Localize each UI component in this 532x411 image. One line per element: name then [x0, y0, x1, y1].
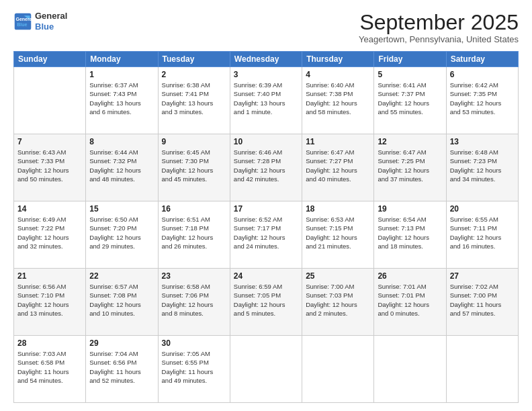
- daylight-line1: Daylight: 12 hours: [306, 166, 370, 175]
- daylight-line2: and 29 minutes.: [89, 242, 154, 250]
- daylight-line1: Daylight: 11 hours: [17, 367, 82, 376]
- daylight-line1: Daylight: 12 hours: [378, 166, 442, 175]
- sunrise-text: Sunrise: 6:52 AM: [234, 215, 298, 224]
- col-sunday: Sunday: [14, 52, 86, 67]
- sunset-text: Sunset: 7:11 PM: [450, 224, 515, 232]
- sunset-text: Sunset: 7:40 PM: [234, 89, 298, 98]
- table-row: 14Sunrise: 6:49 AMSunset: 7:22 PMDayligh…: [14, 201, 86, 269]
- sunset-text: Sunset: 7:30 PM: [162, 156, 226, 165]
- col-saturday: Saturday: [446, 52, 518, 67]
- day-detail: Sunrise: 6:57 AMSunset: 7:08 PMDaylight:…: [89, 282, 154, 318]
- sunset-text: Sunset: 7:28 PM: [234, 156, 298, 165]
- day-detail: Sunrise: 6:50 AMSunset: 7:20 PMDaylight:…: [89, 215, 154, 250]
- day-detail: Sunrise: 7:00 AMSunset: 7:03 PMDaylight:…: [306, 282, 370, 318]
- sunset-text: Sunset: 6:56 PM: [89, 358, 154, 367]
- table-row: [446, 336, 518, 403]
- sunrise-text: Sunrise: 6:48 AM: [450, 148, 515, 156]
- day-number: 19: [378, 204, 442, 214]
- calendar-table: Sunday Monday Tuesday Wednesday Thursday…: [13, 51, 519, 403]
- day-detail: Sunrise: 6:56 AMSunset: 7:10 PMDaylight:…: [17, 282, 82, 318]
- daylight-line1: Daylight: 12 hours: [234, 300, 298, 309]
- daylight-line2: and 26 minutes.: [162, 242, 226, 250]
- sunset-text: Sunset: 7:03 PM: [306, 291, 370, 300]
- calendar-week-5: 28Sunrise: 7:03 AMSunset: 6:58 PMDayligh…: [14, 336, 519, 403]
- col-wednesday: Wednesday: [230, 52, 302, 67]
- header: General Blue General Blue September 2025…: [13, 11, 519, 44]
- sunset-text: Sunset: 7:37 PM: [378, 89, 442, 98]
- day-number: 1: [89, 70, 154, 79]
- sunset-text: Sunset: 7:32 PM: [89, 156, 154, 165]
- sunrise-text: Sunrise: 6:51 AM: [162, 215, 226, 224]
- day-number: 28: [17, 338, 82, 348]
- table-row: [302, 336, 374, 403]
- day-detail: Sunrise: 6:39 AMSunset: 7:40 PMDaylight:…: [234, 81, 298, 116]
- sunset-text: Sunset: 7:01 PM: [378, 291, 442, 300]
- table-row: 29Sunrise: 7:04 AMSunset: 6:56 PMDayligh…: [86, 336, 158, 403]
- sunrise-text: Sunrise: 6:57 AM: [89, 282, 154, 291]
- daylight-line1: Daylight: 11 hours: [450, 300, 515, 309]
- day-number: 12: [378, 137, 442, 146]
- calendar-header-row: Sunday Monday Tuesday Wednesday Thursday…: [14, 52, 519, 67]
- daylight-line2: and 54 minutes.: [17, 376, 82, 385]
- table-row: 3Sunrise: 6:39 AMSunset: 7:40 PMDaylight…: [230, 67, 302, 134]
- table-row: 1Sunrise: 6:37 AMSunset: 7:43 PMDaylight…: [86, 67, 158, 134]
- table-row: 24Sunrise: 6:59 AMSunset: 7:05 PMDayligh…: [230, 269, 302, 336]
- daylight-line2: and 16 minutes.: [450, 242, 515, 250]
- sunrise-text: Sunrise: 6:47 AM: [378, 148, 442, 156]
- day-detail: Sunrise: 7:02 AMSunset: 7:00 PMDaylight:…: [450, 282, 515, 318]
- svg-text:Blue: Blue: [17, 22, 27, 27]
- day-detail: Sunrise: 6:46 AMSunset: 7:28 PMDaylight:…: [234, 148, 298, 183]
- day-number: 8: [89, 137, 154, 146]
- daylight-line1: Daylight: 12 hours: [378, 300, 442, 309]
- day-detail: Sunrise: 7:01 AMSunset: 7:01 PMDaylight:…: [378, 282, 442, 318]
- col-friday: Friday: [374, 52, 446, 67]
- day-detail: Sunrise: 6:58 AMSunset: 7:06 PMDaylight:…: [162, 282, 226, 318]
- daylight-line2: and 57 minutes.: [450, 309, 515, 318]
- day-number: 9: [162, 137, 226, 146]
- daylight-line2: and 40 minutes.: [306, 175, 370, 183]
- daylight-line1: Daylight: 12 hours: [17, 166, 82, 175]
- daylight-line1: Daylight: 12 hours: [89, 300, 154, 309]
- daylight-line2: and 3 minutes.: [162, 107, 226, 116]
- daylight-line1: Daylight: 13 hours: [234, 99, 298, 107]
- sunset-text: Sunset: 7:27 PM: [306, 156, 370, 165]
- location-subtitle: Yeagertown, Pennsylvania, United States: [359, 34, 519, 44]
- daylight-line1: Daylight: 12 hours: [306, 300, 370, 309]
- daylight-line2: and 48 minutes.: [89, 175, 154, 183]
- day-detail: Sunrise: 6:47 AMSunset: 7:25 PMDaylight:…: [378, 148, 442, 183]
- daylight-line2: and 55 minutes.: [378, 107, 442, 116]
- sunset-text: Sunset: 7:05 PM: [234, 291, 298, 300]
- day-number: 30: [162, 338, 226, 348]
- daylight-line1: Daylight: 12 hours: [450, 99, 515, 107]
- sunrise-text: Sunrise: 6:42 AM: [450, 81, 515, 89]
- table-row: 16Sunrise: 6:51 AMSunset: 7:18 PMDayligh…: [158, 201, 230, 269]
- daylight-line1: Daylight: 11 hours: [89, 367, 154, 376]
- daylight-line1: Daylight: 11 hours: [162, 367, 226, 376]
- daylight-line2: and 58 minutes.: [306, 107, 370, 116]
- daylight-line2: and 34 minutes.: [450, 175, 515, 183]
- day-detail: Sunrise: 6:45 AMSunset: 7:30 PMDaylight:…: [162, 148, 226, 183]
- sunrise-text: Sunrise: 6:58 AM: [162, 282, 226, 291]
- sunrise-text: Sunrise: 7:00 AM: [306, 282, 370, 291]
- sunrise-text: Sunrise: 7:01 AM: [378, 282, 442, 291]
- sunrise-text: Sunrise: 6:45 AM: [162, 148, 226, 156]
- logo-text-general: General: [35, 11, 67, 21]
- sunrise-text: Sunrise: 7:05 AM: [162, 349, 226, 358]
- daylight-line2: and 6 minutes.: [89, 107, 154, 116]
- day-detail: Sunrise: 6:42 AMSunset: 7:35 PMDaylight:…: [450, 81, 515, 116]
- sunset-text: Sunset: 7:10 PM: [17, 291, 82, 300]
- day-number: 6: [450, 70, 515, 79]
- daylight-line1: Daylight: 12 hours: [17, 300, 82, 309]
- daylight-line1: Daylight: 12 hours: [162, 233, 226, 242]
- day-number: 17: [234, 204, 298, 214]
- table-row: 23Sunrise: 6:58 AMSunset: 7:06 PMDayligh…: [158, 269, 230, 336]
- sunset-text: Sunset: 7:23 PM: [450, 156, 515, 165]
- sunset-text: Sunset: 7:41 PM: [162, 89, 226, 98]
- day-number: 13: [450, 137, 515, 146]
- sunrise-text: Sunrise: 6:40 AM: [306, 81, 370, 89]
- day-number: 22: [89, 271, 154, 281]
- sunrise-text: Sunrise: 6:39 AM: [234, 81, 298, 89]
- daylight-line2: and 53 minutes.: [450, 107, 515, 116]
- sunrise-text: Sunrise: 6:37 AM: [89, 81, 154, 89]
- day-number: 23: [162, 271, 226, 281]
